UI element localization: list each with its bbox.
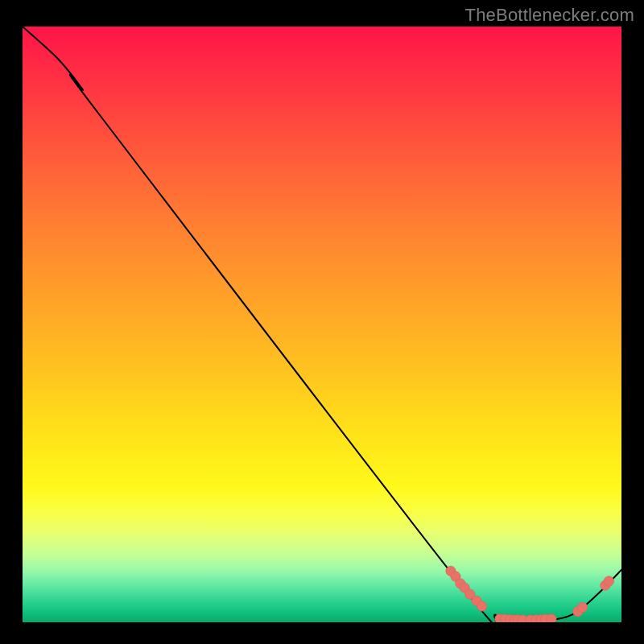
bottleneck-curve — [23, 27, 621, 622]
data-markers — [446, 566, 614, 622]
chart-overlay — [23, 27, 621, 622]
plot-area — [23, 27, 621, 622]
data-marker — [604, 576, 613, 586]
data-marker — [547, 614, 556, 622]
data-marker — [577, 602, 587, 612]
data-marker — [477, 601, 486, 611]
attribution-label: TheBottlenecker.com — [465, 5, 634, 26]
chart-stage: TheBottlenecker.com — [0, 0, 644, 644]
